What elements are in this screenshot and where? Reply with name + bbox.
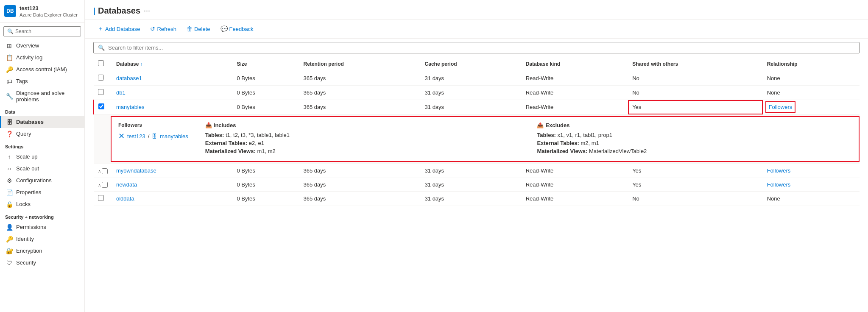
row-checkbox[interactable] bbox=[98, 195, 104, 201]
db-name-link[interactable]: manytables bbox=[116, 104, 144, 110]
follower-db-link[interactable]: manytables bbox=[160, 133, 188, 139]
retention-cell: 365 days bbox=[299, 192, 421, 206]
sidebar-item-label: Query bbox=[16, 131, 31, 137]
configurations-icon: ⚙ bbox=[6, 177, 13, 184]
sidebar-item-permissions[interactable]: 👤 Permissions bbox=[0, 221, 84, 233]
col-kind[interactable]: Database kind bbox=[522, 57, 628, 71]
sidebar-item-databases[interactable]: 🗄 Databases bbox=[0, 116, 84, 128]
sidebar-item-locks[interactable]: 🔒 Locks bbox=[0, 198, 84, 210]
excludes-ext-tables-value: m2, m1 bbox=[581, 140, 599, 146]
nav-scrollbar: ⊞ Overview 📋 Activity log 🔑 Access contr… bbox=[0, 40, 84, 312]
follower-item: ✕ test123 / 🗄 manytables bbox=[118, 131, 188, 141]
relationship-followers-link[interactable]: Followers bbox=[767, 181, 791, 188]
shared-cell: No bbox=[628, 192, 763, 206]
search-input[interactable] bbox=[15, 28, 77, 34]
permissions-icon: 👤 bbox=[6, 224, 13, 231]
sidebar-item-properties[interactable]: 📄 Properties bbox=[0, 187, 84, 198]
row-checkbox[interactable] bbox=[98, 103, 104, 109]
followers-section-title: Followers bbox=[118, 122, 188, 128]
table-row: olddata 0 Bytes 365 days 31 days Read-Wr… bbox=[94, 192, 860, 206]
includes-label: Includes bbox=[214, 122, 236, 128]
includes-tables-label: Tables: bbox=[205, 132, 224, 138]
excludes-title: 📤 Excludes bbox=[537, 122, 852, 128]
feedback-icon: 💬 bbox=[220, 25, 228, 32]
sidebar-item-scale-out[interactable]: ↔ Scale out bbox=[0, 163, 84, 175]
cache-cell: 31 days bbox=[421, 164, 522, 178]
sidebar-item-label: Diagnose and solve problems bbox=[16, 90, 79, 103]
sidebar: DB test123 Azure Data Explorer Cluster 🔍… bbox=[0, 0, 85, 312]
includes-mat-views: Materialized Views: m1, m2 bbox=[205, 148, 520, 154]
delete-button[interactable]: 🗑 Delete bbox=[182, 23, 215, 34]
cache-cell: 31 days bbox=[421, 100, 522, 114]
db-name-link[interactable]: myowndatabase bbox=[116, 167, 156, 174]
cache-cell: 31 days bbox=[421, 71, 522, 86]
sidebar-item-label: Encryption bbox=[16, 248, 42, 254]
col-shared[interactable]: Shared with others bbox=[628, 57, 763, 71]
includes-tables: Tables: t1, t2, t3, *3, table1, lable1 bbox=[205, 132, 520, 138]
sidebar-item-diagnose[interactable]: 🔧 Diagnose and solve problems bbox=[0, 87, 84, 105]
row-checkbox-cell bbox=[94, 100, 112, 114]
expand-icon[interactable]: ∧ bbox=[98, 183, 101, 187]
db-name-link[interactable]: newdata bbox=[116, 181, 137, 188]
sidebar-item-overview[interactable]: ⊞ Overview bbox=[0, 40, 84, 52]
includes-ext-tables-label: External Tables: bbox=[205, 140, 247, 146]
follower-cluster-name[interactable]: test123 bbox=[127, 133, 145, 139]
sidebar-item-query[interactable]: ❓ Query bbox=[0, 128, 84, 140]
header-dots[interactable]: ··· bbox=[144, 6, 150, 15]
expand-icon[interactable]: ∧ bbox=[98, 169, 101, 173]
excludes-mat-views: Materialized Views: MaterializedViewTabl… bbox=[537, 148, 852, 154]
col-size[interactable]: Size bbox=[232, 57, 299, 71]
db-name-link[interactable]: database1 bbox=[116, 75, 142, 81]
sidebar-item-scale-up[interactable]: ↑ Scale up bbox=[0, 151, 84, 163]
row-checkbox[interactable] bbox=[102, 168, 108, 174]
db-name-link[interactable]: olddata bbox=[116, 195, 134, 202]
row-checkbox[interactable] bbox=[98, 75, 104, 81]
sidebar-logo: DB bbox=[4, 5, 16, 17]
cluster-subtitle: Azure Data Explorer Cluster bbox=[20, 12, 78, 17]
sidebar-item-encryption[interactable]: 🔐 Encryption bbox=[0, 245, 84, 257]
relationship-cell: Followers bbox=[763, 100, 860, 114]
includes-section: 📥 Includes Tables: t1, t2, t3, *3, table… bbox=[205, 122, 520, 156]
sidebar-item-tags[interactable]: 🏷 Tags bbox=[0, 75, 84, 87]
sidebar-item-label: Activity log bbox=[16, 54, 42, 61]
refresh-icon: ↺ bbox=[150, 25, 155, 32]
toolbar: ＋ Add Database ↺ Refresh 🗑 Delete 💬 Feed… bbox=[85, 20, 868, 39]
table-row: db1 0 Bytes 365 days 31 days Read-Write … bbox=[94, 86, 860, 100]
sidebar-item-configurations[interactable]: ⚙ Configurations bbox=[0, 175, 84, 187]
col-retention[interactable]: Retention period bbox=[299, 57, 421, 71]
filter-search-icon: 🔍 bbox=[98, 45, 105, 51]
sidebar-item-identity[interactable]: 🔑 Identity bbox=[0, 233, 84, 245]
select-all-checkbox[interactable] bbox=[98, 60, 104, 66]
excludes-section: 📤 Excludes Tables: x1, v1, r1, tabl1, pr… bbox=[537, 122, 852, 156]
sidebar-item-activity-log[interactable]: 📋 Activity log bbox=[0, 52, 84, 64]
relationship-followers-link[interactable]: Followers bbox=[767, 167, 791, 174]
includes-mat-views-value: m1, m2 bbox=[257, 148, 275, 154]
shared-cell: Yes bbox=[628, 164, 763, 178]
sidebar-item-label: Access control (IAM) bbox=[16, 66, 67, 72]
size-cell: 0 Bytes bbox=[232, 100, 299, 114]
refresh-button[interactable]: ↺ Refresh bbox=[146, 23, 181, 34]
col-cache[interactable]: Cache period bbox=[421, 57, 522, 71]
row-checkbox[interactable] bbox=[102, 182, 108, 188]
feedback-label: Feedback bbox=[229, 26, 254, 32]
relationship-cell: None bbox=[763, 192, 860, 206]
db-name-cell: manytables bbox=[112, 100, 232, 114]
sidebar-search-container[interactable]: 🔍 bbox=[3, 26, 81, 36]
sidebar-item-security[interactable]: 🛡 Security bbox=[0, 257, 84, 269]
excludes-tables-value: x1, v1, r1, tabl1, prop1 bbox=[558, 132, 612, 138]
add-database-button[interactable]: ＋ Add Database bbox=[93, 23, 144, 35]
db-name-link[interactable]: db1 bbox=[116, 89, 126, 96]
sidebar-cluster-info: test123 Azure Data Explorer Cluster bbox=[20, 5, 78, 17]
filter-search-container[interactable]: 🔍 bbox=[93, 42, 860, 53]
sidebar-header: DB test123 Azure Data Explorer Cluster bbox=[0, 0, 84, 23]
filter-search-input[interactable] bbox=[108, 45, 855, 51]
feedback-button[interactable]: 💬 Feedback bbox=[216, 23, 258, 34]
sidebar-item-access-control[interactable]: 🔑 Access control (IAM) bbox=[0, 64, 84, 75]
retention-cell: 365 days bbox=[299, 164, 421, 178]
sort-arrow: ↑ bbox=[140, 62, 142, 67]
relationship-followers-link[interactable]: Followers bbox=[767, 103, 794, 111]
row-checkbox[interactable] bbox=[98, 89, 104, 95]
size-cell: 0 Bytes bbox=[232, 164, 299, 178]
col-database[interactable]: Database ↑ bbox=[112, 57, 232, 71]
col-relationship[interactable]: Relationship bbox=[763, 57, 860, 71]
